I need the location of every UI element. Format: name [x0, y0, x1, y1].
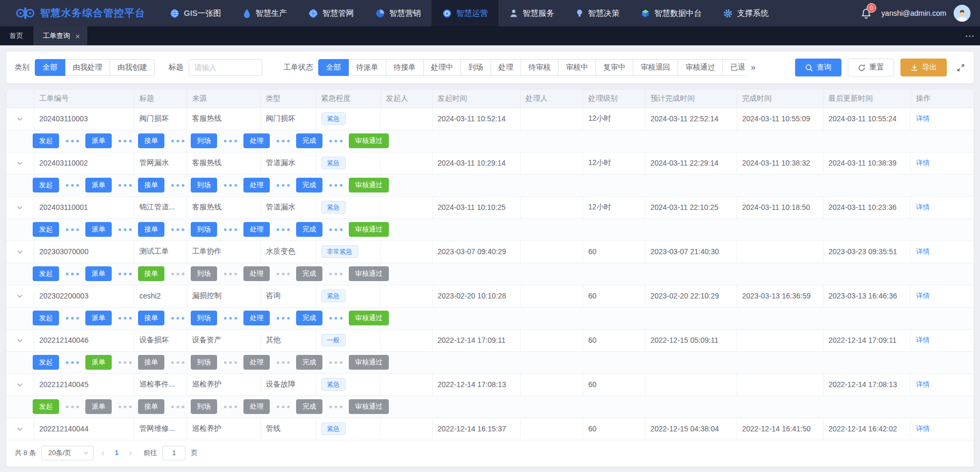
- status-option-6[interactable]: 待审核: [521, 59, 558, 76]
- expand-row-icon[interactable]: [12, 115, 28, 122]
- flow-steps: 发起派单接单到场处理完成审核通过: [12, 266, 971, 281]
- nav-item-gis[interactable]: GIS一张图: [159, 0, 232, 26]
- flow-step-badge: 审核通过: [349, 178, 389, 192]
- detail-link[interactable]: 详情: [916, 203, 930, 211]
- category-option-1[interactable]: 由我处理: [65, 59, 110, 76]
- urgency-badge: 非常紧急: [321, 245, 358, 258]
- nav-item-operation[interactable]: 智慧运营: [432, 0, 498, 26]
- table-header-row: 工单编号标题来源类型紧急程度发起人发起时间处理人处理级别预计完成时间完成时间最后…: [6, 90, 974, 108]
- type-cell: 咨询: [260, 285, 316, 307]
- status-option-4[interactable]: 到场: [460, 59, 491, 76]
- type-cell: 管道漏水: [260, 196, 316, 218]
- nav-item-production[interactable]: 智慧生产: [232, 0, 298, 26]
- prev-page-icon[interactable]: ‹: [99, 448, 106, 458]
- nav-item-pipe-network[interactable]: 智慧管网: [298, 0, 365, 26]
- nav-item-decision[interactable]: 智慧决策: [565, 0, 630, 26]
- flow-dots-icon: [170, 406, 185, 408]
- status-option-11[interactable]: 已退: [722, 59, 748, 76]
- status-option-0[interactable]: 全部: [318, 59, 349, 76]
- globe-grid-icon: [308, 8, 318, 18]
- flow-dots-icon: [64, 406, 80, 408]
- next-page-icon[interactable]: ›: [127, 448, 134, 458]
- detail-link[interactable]: 详情: [916, 336, 930, 344]
- flow-step-badge: 审核通过: [349, 399, 389, 414]
- nav-item-data-platform[interactable]: 智慧数据中台: [630, 0, 712, 26]
- export-button[interactable]: 导出: [900, 59, 947, 76]
- tab-work-order-query[interactable]: 工单查询 ×: [33, 26, 88, 45]
- order-no-cell: 202403110002: [34, 152, 134, 174]
- avatar[interactable]: [954, 5, 971, 22]
- current-page[interactable]: 1: [112, 449, 122, 457]
- detail-link[interactable]: 详情: [916, 114, 930, 122]
- expand-row-icon[interactable]: [12, 426, 28, 432]
- source-cell: 巡检养护: [187, 373, 260, 396]
- flow-step-badge: 发起: [33, 133, 59, 148]
- tab-home[interactable]: 首页: [0, 26, 33, 45]
- fullscreen-icon[interactable]: [956, 63, 965, 72]
- flow-row: 发起派单接单到场处理完成审核通过: [6, 351, 974, 373]
- detail-link[interactable]: 详情: [916, 425, 930, 432]
- detail-link[interactable]: 详情: [916, 292, 930, 300]
- search-button[interactable]: 查询: [795, 59, 841, 76]
- column-header: 最后更新时间: [823, 90, 910, 108]
- category-option-0[interactable]: 全部: [35, 59, 65, 76]
- reset-button[interactable]: 重置: [848, 59, 894, 76]
- status-option-1[interactable]: 待派单: [348, 59, 386, 76]
- title-cell: 管网漏水: [134, 152, 187, 174]
- update-time-cell: 2023-03-23 09:35:51: [823, 240, 910, 263]
- expand-row-icon[interactable]: [12, 248, 28, 255]
- tab-bar: 首页 工单查询 ×: [0, 26, 980, 45]
- close-icon[interactable]: ×: [75, 32, 80, 40]
- tab-more-icon[interactable]: [966, 26, 974, 45]
- expand-row-icon[interactable]: [12, 293, 28, 300]
- flow-step-badge: 发起: [33, 222, 59, 237]
- status-option-8[interactable]: 复审中: [595, 59, 633, 76]
- urgency-badge: 一般: [321, 334, 346, 346]
- status-option-5[interactable]: 处理: [491, 59, 521, 76]
- expand-row-icon[interactable]: [12, 337, 28, 344]
- expand-row-icon[interactable]: [12, 160, 28, 167]
- total-count: 共 8 条: [15, 448, 36, 458]
- title-cell: 锦江管道...: [134, 196, 187, 218]
- initiator-cell: [380, 418, 432, 440]
- urgency-cell: 紧急: [316, 373, 380, 396]
- expand-row-icon[interactable]: [12, 204, 28, 211]
- detail-link[interactable]: 详情: [916, 247, 930, 255]
- nav-item-support[interactable]: 支撑系统: [712, 0, 779, 26]
- expand-row-icon[interactable]: [12, 381, 28, 388]
- expected-time-cell: 2024-03-11 22:10:25: [645, 196, 737, 218]
- more-statuses-icon[interactable]: »: [751, 63, 756, 72]
- topnav-right: 0 yanshi@admin.com: [858, 0, 980, 26]
- notification-bell-icon[interactable]: 0: [858, 5, 874, 21]
- expand-cell: [6, 196, 34, 218]
- pie-chart-icon: [375, 8, 385, 18]
- source-cell: 客服热线: [187, 152, 260, 174]
- tab-label: 首页: [9, 31, 23, 41]
- status-option-10[interactable]: 审核通过: [678, 59, 723, 76]
- category-option-2[interactable]: 由我创建: [110, 59, 155, 76]
- column-header: 发起人: [380, 90, 432, 108]
- detail-link[interactable]: 详情: [916, 380, 930, 388]
- goto-page-input[interactable]: [162, 446, 185, 460]
- column-header: 来源: [187, 90, 260, 108]
- nav-item-service[interactable]: 智慧服务: [498, 0, 565, 26]
- urgency-cell: 紧急: [316, 108, 380, 130]
- flow-steps: 发起派单接单到场处理完成审核通过: [12, 222, 971, 237]
- page-size-value: 20条/页: [48, 448, 71, 458]
- nav-item-marketing[interactable]: 智慧营销: [365, 0, 432, 26]
- title-input[interactable]: [189, 59, 262, 76]
- status-option-9[interactable]: 审核退回: [633, 59, 678, 76]
- update-time-cell: 2023-03-13 16:46:36: [823, 285, 910, 307]
- status-option-7[interactable]: 审核中: [558, 59, 596, 76]
- flow-step-badge: 发起: [33, 266, 59, 281]
- type-cell: 水质变色: [260, 240, 316, 263]
- page-size-select[interactable]: 20条/页: [41, 446, 94, 460]
- status-option-2[interactable]: 待接单: [386, 59, 424, 76]
- flow-dots-icon: [275, 317, 291, 320]
- update-time-cell: 2022-12-14 16:42:02: [823, 418, 910, 440]
- user-email[interactable]: yanshi@admin.com: [881, 9, 946, 17]
- status-option-3[interactable]: 处理中: [423, 59, 461, 76]
- urgency-cell: 一般: [316, 329, 380, 351]
- detail-link[interactable]: 详情: [916, 159, 930, 167]
- order-no-cell: 202212140044: [34, 418, 134, 440]
